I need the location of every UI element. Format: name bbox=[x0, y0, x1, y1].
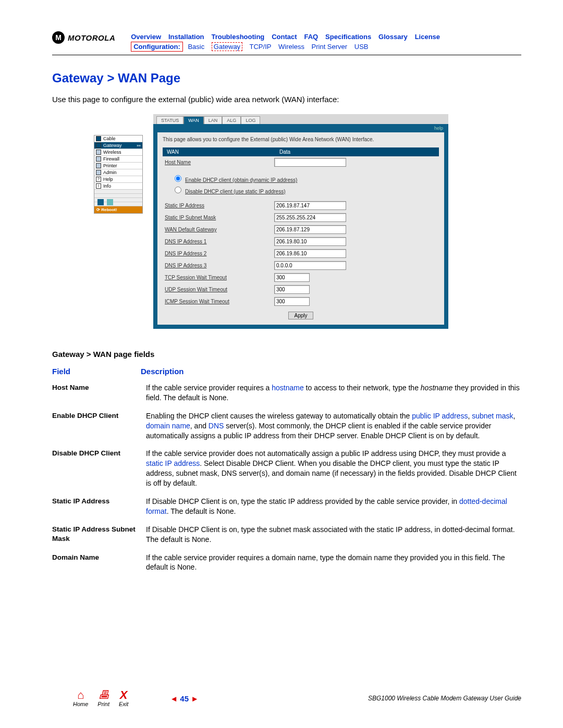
nav-faq[interactable]: FAQ bbox=[304, 33, 318, 41]
ss-side-firewall[interactable]: Firewall bbox=[94, 156, 142, 163]
nav-troubleshooting[interactable]: Troubleshooting bbox=[211, 33, 264, 41]
subnav-printserver[interactable]: Print Server bbox=[312, 43, 348, 51]
link-hostname[interactable]: hostname bbox=[272, 384, 303, 392]
ss-label: DNS IP Address 3 bbox=[163, 263, 274, 268]
page-number: 45 bbox=[180, 694, 189, 703]
subnav-tcpip[interactable]: TCP/IP bbox=[250, 43, 272, 51]
ss-input-icmp-timeout[interactable] bbox=[274, 297, 310, 306]
nav-specifications[interactable]: Specifications bbox=[325, 33, 371, 41]
field-row-hostname: Host Name If the cable service provider … bbox=[52, 383, 521, 403]
ss-th-wan: WAN bbox=[163, 147, 275, 156]
ss-main-panel: STATUSWANLANALGLOG help This page allows… bbox=[153, 114, 448, 329]
nav-configuration[interactable]: Configuration: bbox=[131, 42, 183, 52]
top-nav: Overview Installation Troubleshooting Co… bbox=[131, 32, 521, 41]
ss-th-data: Data bbox=[275, 147, 295, 156]
ss-help-link[interactable]: help bbox=[434, 126, 443, 131]
ss-label-hostname: Host Name bbox=[163, 159, 274, 165]
next-page-icon[interactable]: ► bbox=[191, 694, 199, 703]
ss-side-admin[interactable]: Admin bbox=[94, 169, 142, 176]
subnav-basic[interactable]: Basic bbox=[188, 43, 204, 51]
ss-label: Static IP Address bbox=[163, 203, 274, 208]
ss-input-subnet[interactable] bbox=[274, 213, 346, 222]
ss-input-udp-timeout[interactable] bbox=[274, 285, 310, 294]
link-domain-name[interactable]: domain name bbox=[146, 422, 190, 430]
ss-panel-desc: This page allows you to configure the Ex… bbox=[163, 137, 439, 142]
ss-input-dns2[interactable] bbox=[274, 249, 346, 258]
ss-tab-log[interactable]: LOG bbox=[241, 116, 260, 124]
ss-label: WAN Default Gateway bbox=[163, 227, 274, 232]
nav-overview[interactable]: Overview bbox=[131, 33, 161, 41]
ss-sidebar: Cable Gateway»» Wireless Firewall Printe… bbox=[94, 135, 143, 214]
ss-input-tcp-timeout[interactable] bbox=[274, 273, 310, 282]
ss-label: Static IP Subnet Mask bbox=[163, 215, 274, 220]
ss-input-hostname[interactable] bbox=[274, 158, 346, 167]
field-row-enable-dhcp: Enable DHCP Client Enabling the DHCP cli… bbox=[52, 411, 521, 441]
ss-radio-disable-dhcp[interactable] bbox=[175, 187, 181, 193]
field-row-static-ip: Static IP Address If Disable DHCP Client… bbox=[52, 497, 521, 516]
home-icon: ⌂ bbox=[77, 689, 84, 701]
link-subnet-mask[interactable]: subnet mask bbox=[472, 412, 513, 420]
prev-page-icon[interactable]: ◄ bbox=[170, 694, 178, 703]
ss-label: TCP Session Wait Timeout bbox=[163, 275, 274, 280]
ss-label: DNS IP Address 1 bbox=[163, 239, 274, 244]
link-public-ip[interactable]: public IP address bbox=[412, 412, 468, 420]
intro-text: Use this page to configure the external … bbox=[52, 95, 521, 104]
ss-side-wireless[interactable]: Wireless bbox=[94, 149, 142, 156]
ss-label: UDP Session Wait Timeout bbox=[163, 287, 274, 292]
ss-tab-alg[interactable]: ALG bbox=[222, 116, 241, 124]
subnav-gateway[interactable]: Gateway bbox=[212, 42, 242, 51]
ss-tab-lan[interactable]: LAN bbox=[204, 116, 223, 124]
logo: M MOTOROLA bbox=[52, 31, 115, 44]
ss-tab-status[interactable]: STATUS bbox=[156, 116, 183, 124]
ss-reboot-button[interactable]: Reboot! bbox=[94, 206, 142, 213]
logo-text: MOTOROLA bbox=[68, 33, 115, 42]
fields-title: Gateway > WAN page fields bbox=[52, 350, 521, 359]
ss-label: ICMP Session Wait Timeout bbox=[163, 299, 274, 304]
ss-radio-enable-label: Enable DHCP client (obtain dynamic IP ad… bbox=[185, 177, 297, 183]
ss-side-gateway[interactable]: Gateway»» bbox=[94, 142, 142, 149]
link-static-ip[interactable]: static IP address bbox=[146, 459, 200, 467]
screenshot: Cable Gateway»» Wireless Firewall Printe… bbox=[94, 114, 448, 329]
ss-tab-wan[interactable]: WAN bbox=[183, 116, 204, 124]
ss-radio-enable-dhcp[interactable] bbox=[175, 175, 181, 182]
ss-input-static-ip[interactable] bbox=[274, 201, 346, 210]
subnav-usb[interactable]: USB bbox=[354, 43, 369, 51]
ss-apply-button[interactable]: Apply bbox=[288, 312, 313, 319]
nav-glossary[interactable]: Glossary bbox=[378, 33, 408, 41]
ss-side-printer[interactable]: Printer bbox=[94, 163, 142, 169]
link-dns[interactable]: DNS bbox=[209, 422, 224, 430]
nav-license[interactable]: License bbox=[415, 33, 440, 41]
field-row-static-subnet: Static IP Address Subnet Mask If Disable… bbox=[52, 525, 521, 545]
footer-print[interactable]: 🖶 Print bbox=[97, 689, 109, 707]
nav-contact[interactable]: Contact bbox=[272, 33, 297, 41]
ss-input-dns3[interactable] bbox=[274, 261, 346, 270]
page-nav: ◄ 45 ► bbox=[170, 694, 199, 703]
ss-input-dns1[interactable] bbox=[274, 237, 346, 246]
ss-side-cable[interactable]: Cable bbox=[94, 135, 142, 142]
sub-nav: Configuration: Basic Gateway TCP/IP Wire… bbox=[131, 43, 521, 51]
page-title: Gateway > WAN Page bbox=[52, 71, 521, 85]
col-header-desc: Description bbox=[141, 367, 521, 376]
ss-input-wan-gateway[interactable] bbox=[274, 225, 346, 234]
ss-side-info[interactable]: iInfo bbox=[94, 183, 142, 190]
print-icon: 🖶 bbox=[98, 689, 109, 701]
nav-installation[interactable]: Installation bbox=[168, 33, 204, 41]
ss-radio-disable-label: Disable DHCP client (use static IP addre… bbox=[185, 189, 286, 194]
col-header-field: Field bbox=[52, 367, 141, 376]
footer-exit[interactable]: X Exit bbox=[119, 689, 128, 707]
field-row-domain-name: Domain Name If the cable service provide… bbox=[52, 553, 521, 573]
field-row-disable-dhcp: Disable DHCP Client If the cable service… bbox=[52, 449, 521, 488]
footer-home[interactable]: ⌂ Home bbox=[73, 689, 88, 707]
ss-label: DNS IP Address 2 bbox=[163, 251, 274, 256]
subnav-wireless[interactable]: Wireless bbox=[278, 43, 304, 51]
ss-side-help[interactable]: ?Help bbox=[94, 176, 142, 183]
exit-icon: X bbox=[120, 689, 128, 701]
footer-guide-title: SBG1000 Wireless Cable Modem Gateway Use… bbox=[368, 695, 521, 702]
